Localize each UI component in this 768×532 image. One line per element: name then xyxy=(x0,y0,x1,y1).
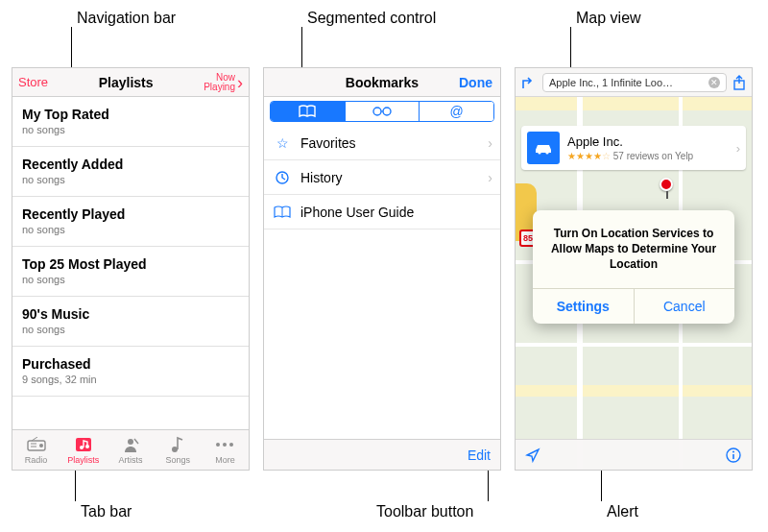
now-playing-button[interactable]: NowPlaying › xyxy=(204,73,243,92)
artists-icon xyxy=(120,436,141,453)
svg-point-24 xyxy=(732,450,734,452)
tab-songs[interactable]: Songs xyxy=(155,430,202,470)
tab-artists[interactable]: Artists xyxy=(107,430,154,470)
tab-playlists[interactable]: Playlists xyxy=(60,430,107,470)
tab-radio[interactable]: Radio xyxy=(12,430,60,470)
radio-icon xyxy=(26,436,47,453)
nav-title: Bookmarks xyxy=(346,75,419,90)
svg-point-16 xyxy=(383,108,391,115)
edit-button[interactable]: Edit xyxy=(468,447,491,463)
map-pin-icon[interactable] xyxy=(660,178,673,191)
road xyxy=(516,343,752,347)
songs-icon xyxy=(167,436,188,453)
svg-point-15 xyxy=(373,108,381,115)
road xyxy=(516,97,752,110)
playlists-list: My Top Ratedno songs Recently Addedno so… xyxy=(12,97,249,429)
alert-settings-button[interactable]: Settings xyxy=(533,289,635,324)
search-field[interactable]: Apple Inc., 1 Infinite Loo… ✕ xyxy=(542,73,727,92)
music-screen: Store Playlists NowPlaying › My Top Rate… xyxy=(12,67,250,471)
tab-label: Artists xyxy=(119,455,143,465)
chevron-right-icon: › xyxy=(488,135,492,151)
clear-icon[interactable]: ✕ xyxy=(708,77,720,88)
list-item[interactable]: 90's Musicno songs xyxy=(12,297,249,347)
result-rating: ★★★★☆ 57 reviews on Yelp xyxy=(567,151,693,161)
navigation-bar: Store Playlists NowPlaying › xyxy=(12,68,249,97)
svg-point-1 xyxy=(39,444,43,447)
row-label: iPhone User Guide xyxy=(300,205,414,220)
alert: Turn On Location Services to Allow Maps … xyxy=(533,210,734,324)
annotation-segmented: Segmented control xyxy=(307,10,436,27)
chevron-right-icon: › xyxy=(736,141,740,156)
tab-bar: Radio Playlists Artists Songs More xyxy=(12,429,249,470)
bookmarks-list: ☆ Favorites › History › iPhone User Guid… xyxy=(264,126,500,230)
chevron-right-icon: › xyxy=(237,78,243,87)
done-button[interactable]: Done xyxy=(459,75,492,90)
star-icon: ☆ xyxy=(272,135,293,151)
segment-shared[interactable]: @ xyxy=(420,102,493,121)
list-item[interactable]: iPhone User Guide xyxy=(264,195,500,230)
annotation-toolbarbtn: Toolbar button xyxy=(376,503,473,520)
book-icon xyxy=(272,206,293,219)
list-item[interactable]: Purchased9 songs, 32 min xyxy=(12,347,249,397)
navigation-bar: Bookmarks Done xyxy=(264,68,500,97)
result-card[interactable]: Apple Inc. ★★★★☆ 57 reviews on Yelp › xyxy=(521,126,746,170)
svg-point-12 xyxy=(223,443,227,447)
segment-bookmarks[interactable] xyxy=(271,102,346,121)
segment-readinglist[interactable] xyxy=(346,102,420,121)
annotation-mapview: Map view xyxy=(576,10,641,27)
info-button[interactable] xyxy=(725,447,742,464)
row-label: Apple Inc., 1 Infinite Loo… xyxy=(549,77,673,88)
list-item[interactable]: History › xyxy=(264,160,500,195)
glasses-icon xyxy=(371,106,394,117)
directions-button[interactable] xyxy=(521,75,537,90)
svg-point-11 xyxy=(216,443,220,447)
navigation-bar: Apple Inc., 1 Infinite Loo… ✕ xyxy=(516,68,752,97)
svg-point-7 xyxy=(85,445,89,448)
annotation-navbar: Navigation bar xyxy=(77,10,176,27)
maps-screen: Apple Inc., 1 Infinite Loo… ✕ Apple Inc.… xyxy=(515,67,753,471)
at-icon: @ xyxy=(450,104,464,119)
row-label: History xyxy=(300,170,343,185)
share-button[interactable] xyxy=(732,75,746,90)
chevron-right-icon: › xyxy=(488,170,492,185)
svg-point-13 xyxy=(229,443,233,447)
tab-label: More xyxy=(215,455,235,465)
alert-message: Turn On Location Services to Allow Maps … xyxy=(533,210,734,288)
store-button[interactable]: Store xyxy=(18,75,48,89)
svg-point-8 xyxy=(128,439,133,445)
more-icon xyxy=(214,436,235,453)
car-icon xyxy=(527,132,560,164)
clock-icon xyxy=(272,170,293,185)
tab-label: Songs xyxy=(165,455,190,465)
bookmarks-screen: Bookmarks Done @ ☆ Favorites › History xyxy=(263,67,501,471)
row-label: Favorites xyxy=(300,135,356,151)
annotation-tabbar: Tab bar xyxy=(81,503,132,520)
road xyxy=(516,385,752,397)
segmented-control: @ xyxy=(270,101,494,122)
book-icon xyxy=(298,105,317,118)
playlists-icon xyxy=(73,436,94,453)
list-item[interactable]: Recently Playedno songs xyxy=(12,197,249,247)
tab-more[interactable]: More xyxy=(202,430,249,470)
list-item[interactable]: My Top Ratedno songs xyxy=(12,97,249,147)
nav-title: Playlists xyxy=(99,75,154,90)
alert-cancel-button[interactable]: Cancel xyxy=(635,289,735,324)
svg-point-22 xyxy=(545,151,548,154)
annotation-alert: Alert xyxy=(607,503,638,520)
svg-line-9 xyxy=(134,439,138,444)
tab-label: Radio xyxy=(25,455,48,465)
list-item[interactable]: Recently Addedno songs xyxy=(12,147,249,197)
svg-point-10 xyxy=(172,447,178,452)
tab-label: Playlists xyxy=(67,455,99,465)
svg-point-21 xyxy=(538,151,540,154)
toolbar xyxy=(516,439,752,470)
locate-button[interactable] xyxy=(525,447,540,463)
list-item[interactable]: Top 25 Most Playedno songs xyxy=(12,247,249,297)
result-title: Apple Inc. xyxy=(567,134,693,149)
toolbar: Edit xyxy=(264,439,500,470)
list-item[interactable]: ☆ Favorites › xyxy=(264,126,500,160)
